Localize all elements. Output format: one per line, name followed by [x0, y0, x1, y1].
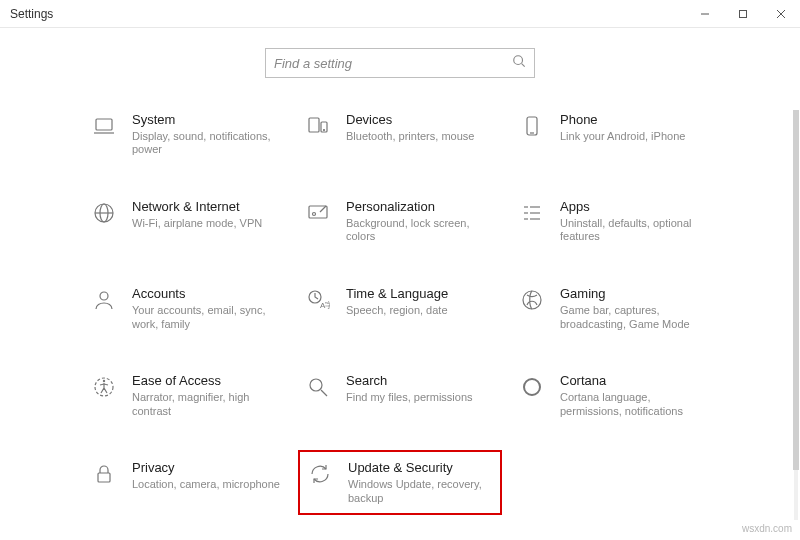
magnifier-icon: [304, 373, 332, 401]
tile-desc: Background, lock screen, colors: [346, 217, 496, 245]
tile-title: Gaming: [560, 286, 710, 302]
tile-title: Privacy: [132, 460, 280, 476]
apps-icon: [518, 199, 546, 227]
svg-line-31: [321, 390, 327, 396]
globe-icon: [90, 199, 118, 227]
tile-network[interactable]: Network & InternetWi-Fi, airplane mode, …: [88, 195, 284, 248]
svg-rect-6: [96, 119, 112, 130]
tile-devices[interactable]: DevicesBluetooth, printers, mouse: [302, 108, 498, 161]
tile-desc: Display, sound, notifications, power: [132, 130, 282, 158]
tile-update-security[interactable]: Update & SecurityWindows Update, recover…: [298, 450, 502, 515]
paintbrush-icon: [304, 199, 332, 227]
person-icon: [90, 286, 118, 314]
search-icon: [512, 54, 526, 72]
tile-title: Cortana: [560, 373, 710, 389]
tile-desc: Game bar, captures, broadcasting, Game M…: [560, 304, 710, 332]
watermark: wsxdn.com: [742, 523, 792, 534]
svg-rect-33: [98, 473, 110, 482]
laptop-icon: [90, 112, 118, 140]
tile-desc: Wi-Fi, airplane mode, VPN: [132, 217, 262, 231]
svg-point-27: [523, 291, 541, 309]
svg-rect-8: [309, 118, 319, 132]
tile-desc: Cortana language, permissions, notificat…: [560, 391, 710, 419]
tile-desc: Location, camera, microphone: [132, 478, 280, 492]
svg-point-4: [514, 56, 523, 65]
tile-time-language[interactable]: A字 Time & LanguageSpeech, region, date: [302, 282, 498, 335]
titlebar: Settings: [0, 0, 800, 28]
tile-apps[interactable]: AppsUninstall, defaults, optional featur…: [516, 195, 712, 248]
tile-desc: Speech, region, date: [346, 304, 448, 318]
tile-desc: Your accounts, email, sync, work, family: [132, 304, 282, 332]
search-input[interactable]: [274, 56, 512, 71]
tile-title: Devices: [346, 112, 474, 128]
tile-gaming[interactable]: GamingGame bar, captures, broadcasting, …: [516, 282, 712, 335]
svg-rect-11: [527, 117, 537, 135]
tile-title: Phone: [560, 112, 685, 128]
svg-point-17: [313, 213, 316, 216]
tile-system[interactable]: SystemDisplay, sound, notifications, pow…: [88, 108, 284, 161]
tile-title: Apps: [560, 199, 710, 215]
svg-line-5: [522, 64, 525, 67]
phone-icon: [518, 112, 546, 140]
svg-point-32: [524, 379, 540, 395]
tile-title: Time & Language: [346, 286, 448, 302]
scrollbar-thumb[interactable]: [793, 110, 799, 470]
tile-title: Accounts: [132, 286, 282, 302]
tile-ease-of-access[interactable]: Ease of AccessNarrator, magnifier, high …: [88, 369, 284, 422]
minimize-button[interactable]: [686, 0, 724, 28]
tile-personalization[interactable]: PersonalizationBackground, lock screen, …: [302, 195, 498, 248]
svg-point-30: [310, 379, 322, 391]
close-button[interactable]: [762, 0, 800, 28]
search-container: [0, 48, 800, 78]
settings-content: SystemDisplay, sound, notifications, pow…: [0, 108, 800, 509]
ease-of-access-icon: [90, 373, 118, 401]
tile-desc: Find my files, permissions: [346, 391, 473, 405]
time-language-icon: A字: [304, 286, 332, 314]
tile-desc: Uninstall, defaults, optional features: [560, 217, 710, 245]
tile-title: Network & Internet: [132, 199, 262, 215]
tile-desc: Windows Update, recovery, backup: [348, 478, 494, 506]
tile-privacy[interactable]: PrivacyLocation, camera, microphone: [88, 456, 284, 509]
devices-icon: [304, 112, 332, 140]
xbox-icon: [518, 286, 546, 314]
svg-point-24: [100, 292, 108, 300]
tile-title: Ease of Access: [132, 373, 282, 389]
tile-title: Search: [346, 373, 473, 389]
search-box[interactable]: [265, 48, 535, 78]
svg-rect-1: [740, 10, 747, 17]
maximize-button[interactable]: [724, 0, 762, 28]
tile-desc: Bluetooth, printers, mouse: [346, 130, 474, 144]
tile-phone[interactable]: PhoneLink your Android, iPhone: [516, 108, 712, 161]
tile-desc: Link your Android, iPhone: [560, 130, 685, 144]
tile-desc: Narrator, magnifier, high contrast: [132, 391, 282, 419]
tile-title: Personalization: [346, 199, 496, 215]
svg-point-29: [103, 380, 105, 382]
window-title: Settings: [0, 7, 53, 21]
svg-point-10: [324, 130, 325, 131]
tile-search[interactable]: SearchFind my files, permissions: [302, 369, 498, 422]
update-icon: [306, 460, 334, 488]
tile-accounts[interactable]: AccountsYour accounts, email, sync, work…: [88, 282, 284, 335]
lock-icon: [90, 460, 118, 488]
tile-title: Update & Security: [348, 460, 494, 476]
tile-cortana[interactable]: CortanaCortana language, permissions, no…: [516, 369, 712, 422]
svg-text:A字: A字: [320, 301, 330, 310]
tile-title: System: [132, 112, 282, 128]
settings-grid: SystemDisplay, sound, notifications, pow…: [88, 108, 712, 509]
cortana-icon: [518, 373, 546, 401]
